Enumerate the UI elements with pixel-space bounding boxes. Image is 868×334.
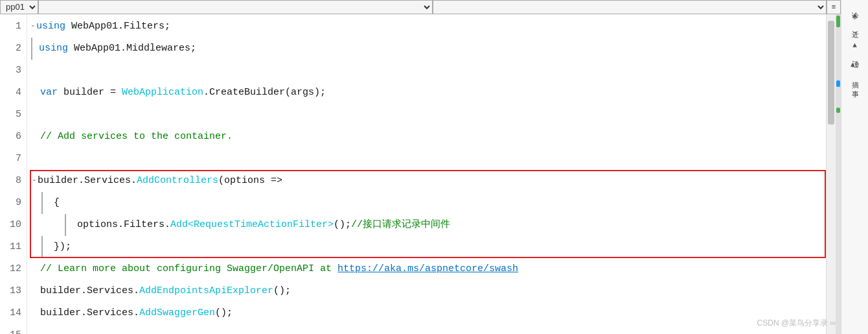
highlighted-block: ⁃ builder.Services. AddControllers (opti… <box>31 170 826 258</box>
code-line-11: }); <box>31 236 826 258</box>
class-select[interactable] <box>38 0 433 14</box>
side-indicator <box>836 14 841 334</box>
code-line-3 <box>31 60 826 82</box>
line-num-15: 15 <box>0 324 21 334</box>
collapse-icon-1[interactable]: ⁃ <box>31 16 35 38</box>
code-line-12: // Learn more about configuring Swagger/… <box>31 258 826 280</box>
indicator-blue <box>836 80 840 87</box>
collapse-icon-8[interactable]: ⁃ <box>32 170 36 192</box>
indent-guide <box>31 38 38 60</box>
namespace-select[interactable]: pp01 <box>0 0 38 14</box>
indent-guide-9 <box>41 192 48 214</box>
line-num-5: 5 <box>0 104 21 126</box>
code-line-2: using WebApp01.Middlewares; <box>31 38 826 60</box>
code-line-1: ⁃using WebApp01.Filters; <box>31 16 826 38</box>
indent-guide-10 <box>65 214 71 236</box>
line-num-1: 1 <box>0 16 21 38</box>
migrate-button-1[interactable]: 迁 <box>850 21 860 29</box>
line-numbers: 1 2 3 4 5 6 7 8 9 10 11 12 13 14 ✏ 15 <box>0 14 27 334</box>
code-line-15 <box>31 324 826 334</box>
indicator-green <box>836 16 840 27</box>
code-content: ⁃using WebApp01.Filters; using WebApp01.… <box>27 14 826 334</box>
abstract-button[interactable]: 摘 <box>850 71 860 79</box>
code-line-9: { <box>31 192 826 214</box>
code-editor: pp01 ≡ 1 2 3 4 5 6 7 8 9 10 11 12 13 14 <box>0 0 841 334</box>
line-num-7: 7 <box>0 148 21 170</box>
indicator-green2 <box>836 108 840 113</box>
top-bar: pp01 ≡ <box>0 0 841 14</box>
code-line-6: // Add services to the container. <box>31 126 826 148</box>
line-num-14: 14 ✏ <box>0 302 21 324</box>
member-select[interactable] <box>433 0 827 14</box>
code-line-8: ⁃ builder.Services. AddControllers (opti… <box>31 170 826 192</box>
line-num-2: 2 <box>0 38 21 60</box>
code-area: 1 2 3 4 5 6 7 8 9 10 11 12 13 14 ✏ 15 ⁃u… <box>0 14 841 334</box>
diag-button[interactable]: 诊 <box>850 3 860 10</box>
line-num-8: 8 <box>0 170 21 192</box>
settings-icon[interactable]: ≡ <box>827 0 841 14</box>
line-num-13: 13 <box>0 280 21 302</box>
migrate-button-2[interactable]: 迁 <box>850 51 860 58</box>
num-7: 7 <box>852 30 857 40</box>
line-num-12: 12 <box>0 258 21 280</box>
right-panel: 诊 ▲ 迁 7 ▲ 迁 ▲0 摘 事 <box>841 0 868 334</box>
scrollbar-thumb[interactable] <box>828 21 834 125</box>
arrow-up-2: ▲ <box>852 42 857 49</box>
num-0: ▲0 <box>851 60 859 70</box>
line-num-9: 9 <box>0 192 21 214</box>
line-num-4: 4 <box>0 82 21 104</box>
line-num-6: 6 <box>0 126 21 148</box>
code-line-13: builder.Services. AddEndpointsApiExplore… <box>31 280 826 302</box>
line-num-10: 10 <box>0 214 21 236</box>
scrollbar[interactable] <box>826 14 836 334</box>
event-button[interactable]: 事 <box>850 80 860 88</box>
code-line-7 <box>31 148 826 170</box>
watermark: CSDN @菜鸟分享录 ∞ <box>757 318 836 329</box>
code-line-14: builder.Services. AddSwaggerGen (); <box>31 302 826 324</box>
code-line-4: var builder = WebApplication .CreateBuil… <box>31 82 826 104</box>
code-line-10: options.Filters. Add<RequestTimeActionFi… <box>31 214 826 236</box>
code-line-5 <box>31 104 826 126</box>
line-num-3: 3 <box>0 60 21 82</box>
line-num-11: 11 <box>0 236 21 258</box>
arrow-up-1: ▲ <box>852 12 857 19</box>
indent-guide-11 <box>41 236 48 258</box>
